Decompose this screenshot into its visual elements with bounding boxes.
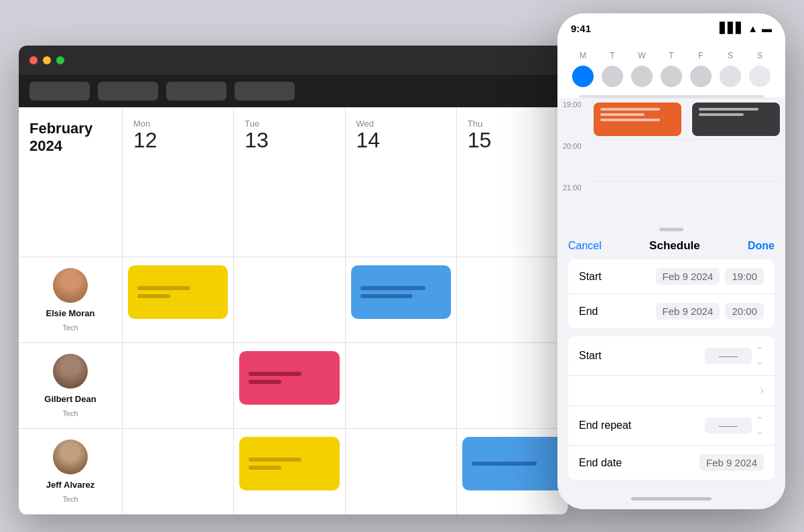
- ios-week-header: M T W T F S S: [557, 43, 785, 98]
- close-button[interactable]: [29, 56, 38, 64]
- battery-icon: ▬: [762, 23, 772, 34]
- start-date-value[interactable]: Feb 9 2024: [656, 268, 720, 285]
- end-date-value[interactable]: Feb 9 2024: [699, 454, 764, 471]
- person-dept-gilbert: Tech: [62, 409, 78, 417]
- modal-cancel-button[interactable]: Cancel: [568, 240, 602, 252]
- modal-repeat-row[interactable]: ›: [568, 376, 775, 406]
- avatar-elsie: [53, 268, 88, 303]
- col-num-12: 12: [133, 129, 222, 152]
- elsie-wed[interactable]: [346, 257, 457, 343]
- person-name-jeff: Jeff Alvarez: [46, 480, 95, 490]
- col-day-tue: Tue: [245, 119, 334, 129]
- start-values: Feb 9 2024 19:00: [656, 268, 764, 285]
- day-circle-t[interactable]: [602, 66, 623, 87]
- jeff-tue[interactable]: [234, 429, 345, 515]
- time-label-20: 20:00: [557, 139, 591, 181]
- modal-end-row: End Feb 9 2024 20:00: [568, 294, 775, 328]
- ios-event-orange[interactable]: [594, 103, 681, 136]
- day-letters-row: M T W T F S S: [568, 51, 775, 60]
- modal-header: Cancel Schedule Done: [557, 231, 785, 259]
- start-time-value[interactable]: 19:00: [725, 268, 764, 285]
- jeff-mon[interactable]: [123, 429, 234, 515]
- status-icons: ▋▋▋ ▲ ▬: [720, 22, 772, 34]
- signal-icon: ▋▋▋: [720, 22, 744, 34]
- col-day-wed: Wed: [356, 119, 446, 129]
- time-label-21: 21:00: [557, 181, 591, 222]
- day-letter-t2: T: [661, 51, 682, 60]
- person-name-gilbert: Gilbert Dean: [44, 394, 96, 404]
- chevron-right-icon[interactable]: ›: [760, 385, 764, 397]
- desktop-calendar-app: February 2024 Mon 12 Tue 13 Wed 14 Thu 1…: [19, 46, 568, 515]
- person-dept-elsie: Tech: [62, 324, 78, 332]
- event-jeff-tue[interactable]: [239, 437, 339, 490]
- toolbar-btn-1[interactable]: [29, 82, 90, 101]
- toolbar-btn-2[interactable]: [98, 82, 158, 101]
- day-circle-s1[interactable]: [720, 66, 741, 87]
- elsie-mon[interactable]: [123, 257, 234, 343]
- day-circle-m[interactable]: [572, 66, 594, 87]
- event-elsie-mon[interactable]: [128, 265, 228, 319]
- gilbert-tue[interactable]: [234, 343, 345, 429]
- event-line: [249, 466, 281, 470]
- elsie-thu[interactable]: [457, 257, 568, 343]
- modal-start2-row[interactable]: Start —— ⌃⌄: [568, 336, 775, 376]
- end-repeat-value: ——: [705, 417, 752, 434]
- event-elsie-wed[interactable]: [351, 265, 451, 319]
- toolbar-btn-3[interactable]: [166, 82, 226, 101]
- col-header-tue13: Tue 13: [234, 108, 345, 257]
- day-circle-t2[interactable]: [661, 66, 682, 87]
- end-values: Feb 9 2024 20:00: [656, 303, 764, 320]
- event-line: [600, 108, 660, 111]
- year-label: 2024: [29, 137, 111, 155]
- calendar-body: Elsie Moran Tech Gilbert Dean: [19, 257, 568, 515]
- elsie-tue[interactable]: [234, 257, 345, 343]
- end-date-label: End date: [579, 457, 622, 469]
- stepper-icon[interactable]: ⌃⌄: [756, 345, 764, 367]
- avatar-gilbert: [53, 354, 88, 389]
- modal-title: Schedule: [649, 239, 700, 253]
- modal-start-row: Start Feb 9 2024 19:00: [568, 259, 775, 294]
- col-header-thu15: Thu 15: [457, 108, 568, 257]
- gilbert-thu[interactable]: [457, 343, 568, 429]
- day-circle-f[interactable]: [690, 66, 712, 87]
- day-circle-w[interactable]: [631, 66, 653, 87]
- day-letter-m: M: [572, 51, 594, 60]
- toolbar-btn-4[interactable]: [234, 82, 295, 101]
- maximize-button[interactable]: [56, 56, 64, 64]
- home-bar: [631, 497, 712, 501]
- ios-event-dark[interactable]: [692, 103, 780, 136]
- col-header-mon12: Mon 12: [123, 108, 234, 257]
- modal-end-repeat-row[interactable]: End repeat —— ⌃⌄: [568, 406, 775, 446]
- jeff-thu[interactable]: [457, 429, 568, 515]
- event-line: [360, 286, 425, 290]
- jeff-wed[interactable]: [346, 429, 457, 515]
- ios-status-bar: 9:41 ▋▋▋ ▲ ▬: [557, 13, 785, 43]
- day-circles-row: [568, 66, 775, 87]
- gilbert-mon[interactable]: [123, 343, 234, 429]
- day-letter-w: W: [631, 51, 653, 60]
- col-num-14: 14: [356, 129, 446, 152]
- end-repeat-label: End repeat: [579, 419, 631, 431]
- modal-done-button[interactable]: Done: [748, 240, 775, 252]
- month-header: February 2024: [19, 108, 123, 257]
- event-jeff-thu-partial[interactable]: [462, 437, 562, 490]
- end-date-value[interactable]: Feb 9 2024: [656, 303, 720, 320]
- col-num-15: 15: [468, 129, 557, 152]
- event-line: [360, 294, 413, 298]
- time-line-19: [594, 98, 780, 139]
- day-circle-s2[interactable]: [749, 66, 770, 87]
- col-day-thu: Thu: [468, 119, 557, 129]
- gilbert-wed[interactable]: [346, 343, 457, 429]
- time-line-20: [594, 139, 780, 181]
- start2-label: Start: [579, 350, 602, 362]
- minimize-button[interactable]: [43, 56, 51, 64]
- calendar-header-row: February 2024 Mon 12 Tue 13 Wed 14 Thu 1…: [19, 107, 568, 257]
- end-time-value[interactable]: 20:00: [725, 303, 764, 320]
- modal-start-end-section: Start Feb 9 2024 19:00 End Feb 9 2024 20…: [568, 259, 775, 328]
- modal-end-date-row[interactable]: End date Feb 9 2024: [568, 446, 775, 480]
- event-gilbert-tue[interactable]: [239, 351, 339, 405]
- person-name-elsie: Elsie Moran: [46, 308, 95, 318]
- end-repeat-stepper[interactable]: ⌃⌄: [756, 415, 764, 436]
- ios-time: 9:41: [571, 23, 591, 34]
- event-line: [600, 119, 660, 121]
